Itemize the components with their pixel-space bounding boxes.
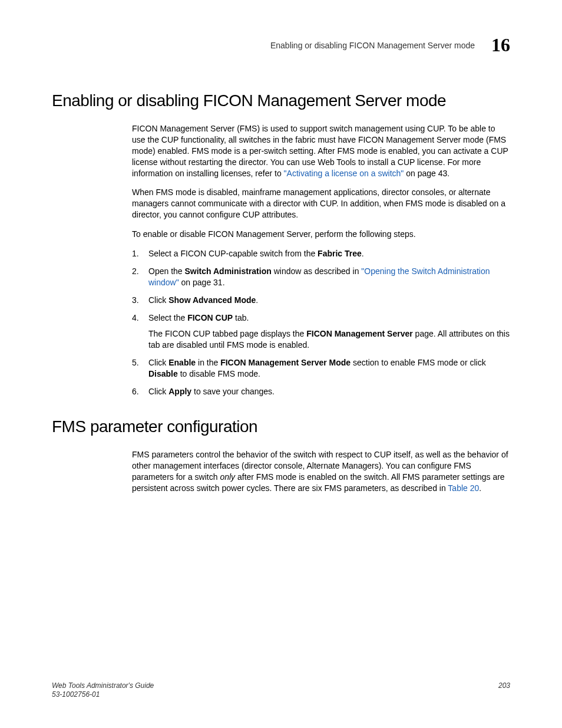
steps-list: Select a FICON CUP-capable switch from t… [132, 248, 510, 397]
step-text: The FICON CUP tabbed page displays the [148, 329, 306, 338]
step-5: Click Enable in the FICON Management Ser… [132, 357, 510, 380]
step-text: Select the [148, 313, 187, 322]
step-text: window as described in [272, 266, 362, 276]
step-2: Open the Switch Administration window as… [132, 266, 510, 288]
fms-params-paragraph: FMS parameters control the behavior of t… [132, 449, 510, 494]
intro-paragraph-2: When FMS mode is disabled, mainframe man… [132, 187, 510, 220]
ui-term-show-advanced: Show Advanced Mode [168, 295, 256, 305]
footer-doc-number: 53-1002756-01 [52, 690, 154, 700]
step-1: Select a FICON CUP-capable switch from t… [132, 248, 510, 259]
para-text: . [479, 483, 481, 493]
chapter-number: 16 [491, 34, 510, 56]
step-text: Click [148, 387, 168, 396]
step-text: Click [148, 295, 168, 305]
step-text: . [362, 249, 364, 258]
page-footer: Web Tools Administrator's Guide 53-10027… [52, 681, 510, 700]
ui-term-ficon-mgmt-server: FICON Management Server [306, 329, 413, 338]
step-6: Click Apply to save your changes. [132, 386, 510, 397]
running-header: Enabling or disabling FICON Management S… [52, 34, 510, 56]
para-text: on page 43. [404, 169, 449, 178]
section-heading-enable-disable: Enabling or disabling FICON Management S… [52, 91, 510, 110]
step-3: Click Show Advanced Mode. [132, 295, 510, 306]
footer-left: Web Tools Administrator's Guide 53-10027… [52, 681, 154, 700]
ui-term-switch-admin: Switch Administration [185, 266, 272, 276]
link-activating-license[interactable]: "Activating a license on a switch" [284, 169, 404, 178]
step-text: to save your changes. [191, 387, 275, 396]
step-text: Select a FICON CUP-capable switch from t… [148, 249, 318, 258]
footer-page-number: 203 [498, 681, 510, 690]
step-text: tab. [233, 313, 249, 322]
ui-term-apply: Apply [168, 387, 191, 396]
footer-doc-title: Web Tools Administrator's Guide [52, 681, 154, 691]
step-4-sub: The FICON CUP tabbed page displays the F… [148, 328, 510, 351]
intro-paragraph-1: FICON Management Server (FMS) is used to… [132, 123, 510, 179]
section-heading-fms-params: FMS parameter configuration [52, 417, 510, 436]
ui-term-ficon-mgmt-mode: FICON Management Server Mode [220, 358, 351, 367]
step-text: on page 31. [179, 278, 225, 287]
step-text: to disable FMS mode. [178, 369, 260, 378]
running-header-text: Enabling or disabling FICON Management S… [270, 41, 475, 50]
step-text: in the [196, 358, 220, 367]
step-text: . [256, 295, 258, 305]
step-4: Select the FICON CUP tab. The FICON CUP … [132, 312, 510, 351]
ui-term-fabric-tree: Fabric Tree [318, 249, 362, 258]
emphasis-only: only [220, 472, 235, 482]
ui-term-enable: Enable [168, 358, 196, 367]
step-text: section to enable FMS mode or click [351, 358, 486, 367]
ui-term-disable: Disable [148, 369, 178, 378]
step-text: Click [148, 358, 168, 367]
step-text: Open the [148, 266, 185, 276]
link-table-20[interactable]: Table 20 [448, 483, 479, 493]
ui-term-ficon-cup-tab: FICON CUP [187, 313, 233, 322]
intro-paragraph-3: To enable or disable FICON Management Se… [132, 229, 510, 240]
